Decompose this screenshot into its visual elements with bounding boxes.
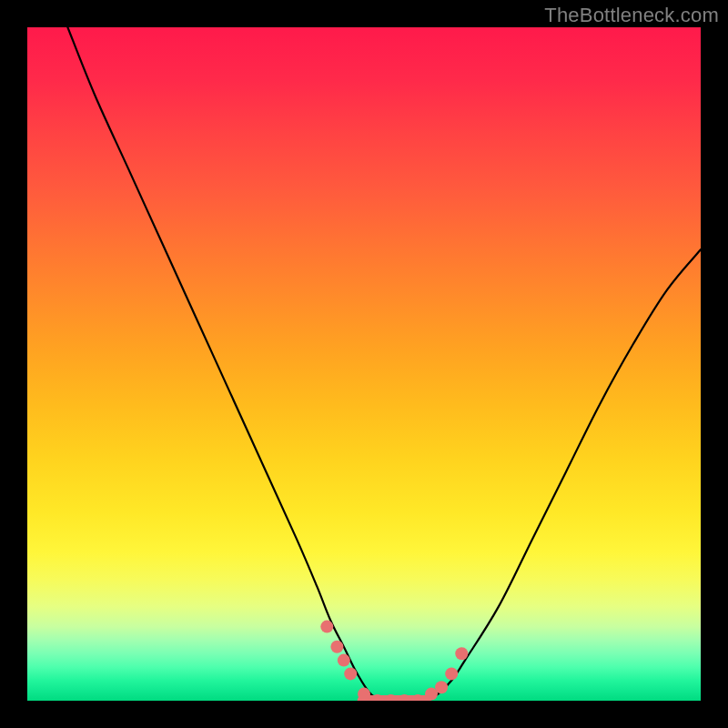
highlight-marker	[338, 654, 350, 667]
plot-area	[27, 27, 701, 701]
chart-svg	[27, 27, 701, 701]
highlight-marker	[344, 667, 357, 680]
highlight-markers	[320, 621, 468, 701]
outer-frame: TheBottleneck.com	[0, 0, 728, 728]
highlight-marker	[320, 621, 333, 633]
curve-group	[67, 27, 701, 701]
highlight-marker	[330, 641, 343, 653]
highlight-marker	[455, 647, 468, 660]
highlight-marker	[445, 667, 458, 680]
bottleneck-curve	[67, 27, 701, 701]
watermark-text: TheBottleneck.com	[544, 4, 719, 27]
highlight-marker	[358, 688, 370, 701]
highlight-marker	[435, 681, 448, 693]
